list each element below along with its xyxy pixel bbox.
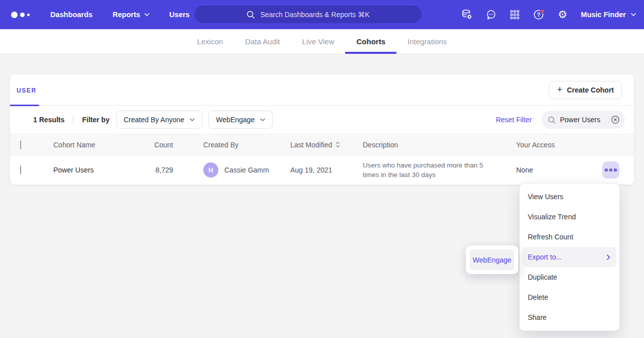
chevron-right-icon — [607, 255, 610, 260]
menu-item-export-to-label: Export to... — [528, 253, 562, 261]
reset-filter-link[interactable]: Reset Filter — [496, 116, 532, 124]
menu-item-duplicate[interactable]: Duplicate — [520, 267, 619, 287]
global-search-input[interactable]: Search Dashboards & Reports ⌘K — [194, 6, 422, 23]
notification-dot — [540, 9, 544, 13]
cohort-name-cell[interactable]: Power Users — [53, 166, 134, 174]
top-navbar: Dashboards Reports Users Search Dashboar… — [0, 0, 644, 29]
table-header: Cohort Name Count Created By Last Modifi… — [10, 134, 634, 155]
created-by-filter-value: Created By Anyone — [124, 116, 185, 124]
plus-icon: + — [557, 85, 562, 94]
nav-users[interactable]: Users — [159, 0, 200, 29]
primary-nav: Dashboards Reports Users — [40, 0, 200, 29]
col-created-by: Created By — [173, 141, 290, 149]
menu-item-refresh-count[interactable]: Refresh Count — [520, 227, 619, 247]
row-actions-menu: View Users Visualize Trend Refresh Count… — [519, 183, 620, 331]
menu-item-view-users[interactable]: View Users — [520, 187, 619, 207]
cohort-count-cell: 8,729 — [134, 166, 173, 174]
col-cohort-name: Cohort Name — [53, 141, 134, 149]
tab-cohorts[interactable]: Cohorts — [345, 29, 396, 54]
card-header: USER + Create Cohort — [10, 74, 634, 106]
help-icon[interactable]: ? — [533, 9, 545, 21]
chevron-down-icon — [190, 118, 195, 121]
more-options-icon — [605, 168, 608, 172]
menu-item-delete[interactable]: Delete — [520, 287, 619, 307]
active-tab-underline — [10, 105, 39, 106]
nav-dashboards[interactable]: Dashboards — [40, 0, 103, 29]
tab-data-audit[interactable]: Data Audit — [234, 29, 291, 54]
create-cohort-button[interactable]: + Create Cohort — [549, 81, 622, 99]
created-by-filter-dropdown[interactable]: Created By Anyone — [116, 111, 203, 129]
messages-icon[interactable] — [486, 9, 497, 20]
tab-live-view[interactable]: Live View — [291, 29, 346, 54]
apps-grid-icon[interactable] — [509, 9, 520, 20]
menu-item-export-to[interactable]: Export to... — [523, 247, 616, 267]
row-actions-button[interactable] — [602, 161, 619, 179]
filter-by-label: Filter by — [82, 116, 109, 124]
col-last-modified-label: Last Modified — [290, 141, 332, 149]
created-by-cell: H Cassie Gamm — [173, 162, 290, 178]
clear-search-icon[interactable] — [611, 115, 620, 124]
col-count: Count — [134, 141, 173, 149]
nav-reports[interactable]: Reports — [103, 0, 159, 29]
integration-filter-dropdown[interactable]: WebEngage — [208, 111, 273, 129]
search-icon — [547, 116, 556, 124]
secondary-nav: Lexicon Data Audit Live View Cohorts Int… — [0, 29, 644, 54]
nav-reports-label: Reports — [113, 11, 140, 19]
avatar: H — [203, 162, 218, 178]
cohort-search-value: Power Users — [560, 116, 607, 124]
submenu-item-webengage[interactable]: WebEngage — [470, 249, 514, 270]
tab-user[interactable]: USER — [17, 87, 37, 94]
table-row: Power Users 8,729 H Cassie Gamm Aug 19, … — [10, 155, 634, 185]
chevron-down-icon — [144, 13, 149, 16]
navbar-right: ? ⚙ Music Finder — [461, 0, 636, 29]
results-count: 1 Results — [33, 116, 64, 124]
select-all-checkbox[interactable] — [20, 140, 21, 149]
project-selector[interactable]: Music Finder — [581, 11, 636, 19]
col-description: Description — [363, 141, 516, 149]
your-access-cell: None — [516, 166, 602, 174]
divider — [73, 115, 73, 124]
create-cohort-label: Create Cohort — [567, 86, 614, 94]
search-icon — [246, 10, 255, 19]
svg-text:?: ? — [537, 12, 540, 18]
cohorts-card: USER + Create Cohort 1 Results Filter by… — [10, 74, 634, 185]
integration-filter-value: WebEngage — [216, 116, 255, 124]
mixpanel-logo-icon[interactable] — [11, 12, 33, 18]
project-name: Music Finder — [581, 11, 626, 19]
description-cell: Users who have purchased more than 5 tim… — [363, 160, 516, 180]
menu-item-share[interactable]: Share — [520, 307, 619, 327]
tab-integrations[interactable]: Integrations — [396, 29, 458, 54]
sort-icon — [336, 141, 340, 148]
settings-gear-icon[interactable]: ⚙ — [558, 10, 568, 20]
filter-bar: 1 Results Filter by Created By Anyone We… — [10, 106, 634, 134]
cohort-search-input[interactable]: Power Users — [541, 111, 625, 129]
tab-lexicon[interactable]: Lexicon — [186, 29, 234, 54]
chevron-down-icon — [260, 118, 265, 121]
chevron-down-icon — [631, 13, 636, 16]
last-modified-cell: Aug 19, 2021 — [290, 166, 363, 174]
col-your-access: Your Access — [516, 141, 602, 149]
col-last-modified[interactable]: Last Modified — [290, 141, 363, 149]
created-by-name: Cassie Gamm — [224, 166, 269, 174]
row-checkbox[interactable] — [20, 165, 21, 175]
global-search-placeholder: Search Dashboards & Reports ⌘K — [260, 11, 369, 19]
data-management-icon[interactable] — [461, 9, 473, 21]
export-submenu: WebEngage — [466, 245, 518, 274]
menu-item-visualize-trend[interactable]: Visualize Trend — [520, 207, 619, 227]
